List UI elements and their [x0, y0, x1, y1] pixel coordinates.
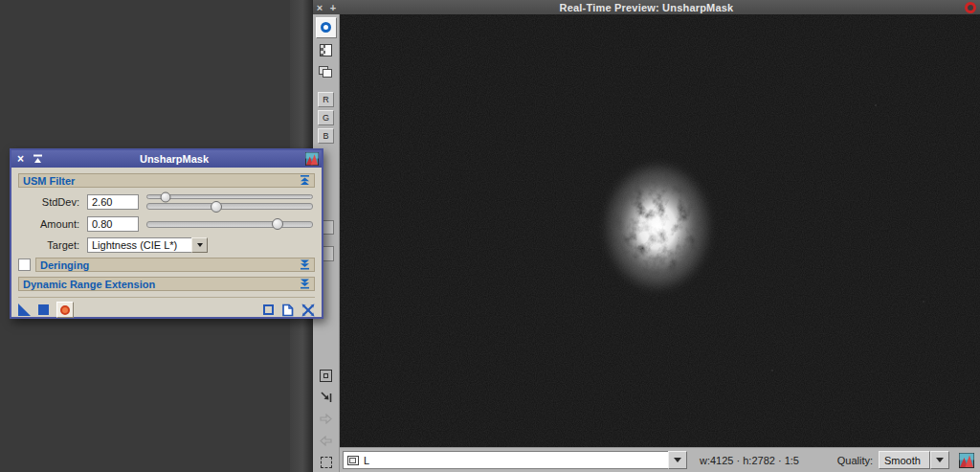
preview-enabled-icon [321, 22, 331, 33]
preview-image-area[interactable] [340, 14, 980, 447]
resize-to-corner-button[interactable] [316, 388, 337, 407]
realtime-preview-window: × + Real-Time Preview: UnsharpMask [313, 0, 980, 472]
amount-slider-handle[interactable] [272, 218, 283, 230]
dialog-footer [18, 297, 315, 318]
preview-titlebar[interactable]: × + Real-Time Preview: UnsharpMask [313, 0, 980, 14]
section-usm-filter[interactable]: USM Filter [18, 173, 315, 188]
unsharpmask-process-icon [959, 453, 974, 468]
chevron-down-icon [936, 458, 944, 462]
checkerboard-icon [320, 44, 332, 56]
view-selector-dropdown-button[interactable] [668, 451, 687, 469]
collapse-section-icon[interactable] [300, 175, 310, 186]
left-arrow-icon [320, 436, 332, 446]
crab-nebula-image [340, 14, 980, 447]
stddev-slider-handle[interactable] [211, 201, 222, 213]
compare-views-button[interactable] [316, 62, 337, 81]
browse-documentation-button[interactable] [263, 304, 274, 315]
view-selector[interactable]: L [343, 451, 687, 469]
section-usm-filter-label: USM Filter [23, 175, 300, 187]
selection-region-button[interactable] [316, 453, 337, 472]
realtime-preview-button[interactable] [56, 302, 74, 318]
channel-green-button[interactable]: G [318, 110, 334, 125]
edit-instance-button[interactable] [281, 303, 294, 317]
channel-red-button[interactable]: R [318, 92, 334, 107]
chevron-down-icon [197, 243, 203, 247]
view-selector-value: L [364, 455, 369, 466]
stddev-fine-slider-handle[interactable] [160, 191, 170, 202]
dialog-title: UnsharpMask [52, 153, 297, 165]
realtime-preview-icon [60, 305, 70, 315]
overlapping-windows-icon [319, 66, 333, 79]
preview-window-title: Real-Time Preview: UnsharpMask [313, 2, 980, 13]
amount-label: Amount: [18, 218, 79, 230]
new-instance-button[interactable] [18, 303, 31, 316]
realtime-active-indicator-icon [965, 2, 976, 13]
target-combobox[interactable]: Lightness (CIE L*) [87, 237, 208, 253]
section-dynamic-range-extension[interactable]: Dynamic Range Extension [18, 277, 315, 291]
dialog-close-icon[interactable]: × [17, 153, 24, 165]
amount-input[interactable] [87, 216, 139, 232]
diagonal-arrow-icon [320, 391, 333, 404]
stddev-slider[interactable] [146, 203, 313, 210]
mask-display-button[interactable] [316, 41, 337, 60]
section-deringing[interactable]: Deringing [35, 258, 315, 272]
preview-detach-icon[interactable]: + [326, 2, 340, 13]
preview-close-icon[interactable]: × [313, 2, 326, 13]
dashed-square-icon [321, 457, 332, 468]
amount-slider[interactable] [146, 221, 313, 228]
image-dimensions-text: w:4125 · h:2782 · 1:5 [700, 455, 799, 466]
stddev-fine-slider[interactable] [146, 194, 313, 199]
section-deringing-label: Deringing [40, 259, 300, 271]
target-label: Target: [18, 239, 79, 251]
preview-statusbar: L w:4125 · h:2782 · 1:5 Quality: Smooth [340, 447, 980, 472]
quality-label: Quality: [837, 455, 873, 466]
image-window-icon [347, 456, 359, 465]
previous-step-button[interactable] [316, 431, 337, 450]
dialog-shade-icon[interactable] [33, 154, 43, 164]
realtime-preview-toggle-button[interactable] [316, 17, 337, 38]
quality-selector[interactable]: Smooth [879, 451, 949, 469]
pixinsight-workspace: × + Real-Time Preview: UnsharpMask [0, 0, 980, 472]
chevron-down-icon [674, 458, 681, 462]
stddev-input[interactable] [87, 194, 139, 210]
apply-button[interactable] [38, 304, 49, 315]
next-step-button[interactable] [316, 410, 337, 429]
stddev-label: StdDev: [18, 196, 79, 208]
right-arrow-icon [320, 414, 332, 424]
square-in-square-icon [320, 370, 332, 382]
section-dynamic-range-extension-label: Dynamic Range Extension [23, 279, 300, 290]
zoom-to-fit-button[interactable] [316, 366, 337, 385]
expand-section-icon[interactable] [300, 279, 310, 289]
target-dropdown-button[interactable] [191, 237, 208, 253]
dialog-titlebar[interactable]: × UnsharpMask [11, 150, 322, 168]
deringing-checkbox[interactable] [18, 258, 31, 271]
unsharpmask-dialog: × UnsharpMask USM Filter [10, 148, 323, 319]
reset-button[interactable] [301, 303, 315, 317]
expand-section-icon[interactable] [300, 259, 310, 270]
quality-value: Smooth [879, 451, 930, 469]
unsharpmask-process-icon [305, 152, 319, 166]
target-value: Lightness (CIE L*) [87, 237, 191, 253]
channel-blue-button[interactable]: B [318, 128, 334, 144]
quality-dropdown-button[interactable] [930, 451, 949, 469]
